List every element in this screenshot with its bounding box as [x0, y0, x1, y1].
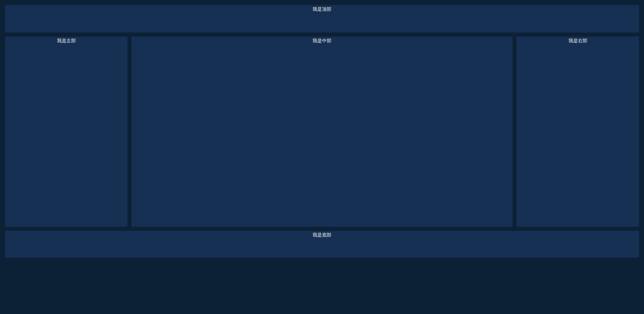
- bottom-panel-label: 我是底部: [313, 232, 331, 238]
- left-panel: 我是左部: [5, 37, 127, 227]
- middle-row: 我是左部 我是中部 我是右部: [5, 37, 639, 227]
- top-panel: 我是顶部: [5, 5, 639, 33]
- center-panel: 我是中部: [131, 37, 513, 227]
- bottom-panel: 我是底部: [5, 231, 639, 258]
- right-panel: 我是右部: [517, 37, 639, 227]
- right-panel-label: 我是右部: [569, 38, 587, 43]
- left-panel-label: 我是左部: [57, 38, 76, 43]
- top-panel-label: 我是顶部: [313, 6, 331, 12]
- layout-container: 我是顶部 我是左部 我是中部 我是右部 我是底部: [0, 0, 644, 314]
- center-panel-label: 我是中部: [313, 38, 331, 43]
